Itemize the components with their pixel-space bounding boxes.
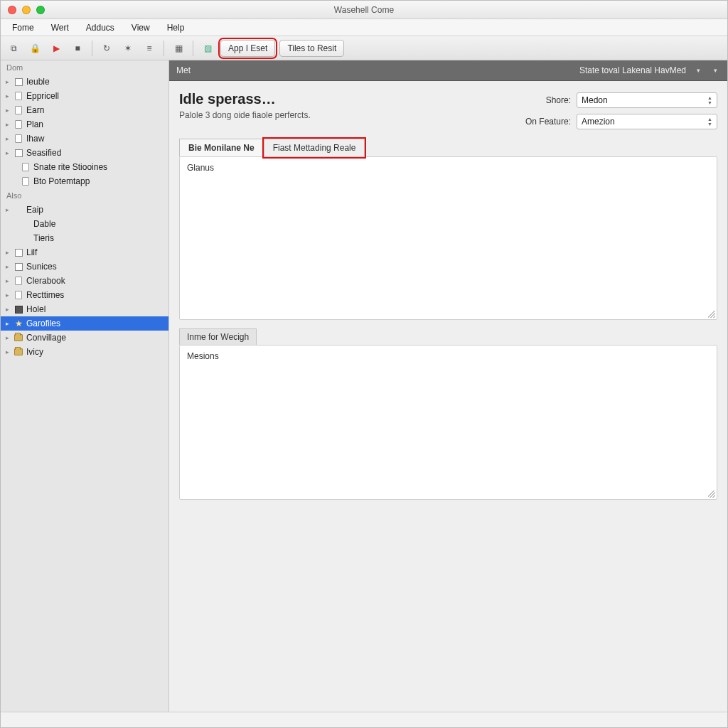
- context-bar-left: Met: [176, 65, 191, 75]
- tab-inme-wecigh[interactable]: Inme for Wecigh: [179, 328, 257, 345]
- sidebar-item-eppricell[interactable]: ▸Eppricell: [1, 89, 168, 103]
- page-icon: [21, 162, 31, 172]
- page-icon: [14, 276, 23, 286]
- textarea-mesions[interactable]: Mesions: [179, 345, 717, 500]
- statusbar: [1, 712, 727, 727]
- page-icon: [14, 119, 23, 129]
- menu-help[interactable]: Help: [160, 21, 192, 35]
- sidebar-section-also: Also: [1, 188, 168, 203]
- chevron-down-icon[interactable]: ▾: [693, 65, 703, 75]
- shore-label: Shore:: [515, 95, 571, 105]
- sidebar-item-tieris[interactable]: Tieris: [1, 231, 168, 245]
- resize-handle-icon[interactable]: [708, 311, 715, 318]
- sidebar-item-garofiles[interactable]: ▸★Garofiles: [1, 316, 168, 331]
- box-icon: [14, 247, 23, 257]
- dark-icon: [14, 304, 23, 314]
- menubar: Fome Wert Adducs View Help: [1, 19, 727, 36]
- grid-icon[interactable]: ▦: [170, 40, 187, 57]
- sidebar: Dom ▸Ieuble ▸Eppricell ▸Earn ▸Plan ▸Ihaw…: [1, 60, 169, 712]
- nav-back-icon[interactable]: ⧉: [5, 40, 22, 57]
- sidebar-item-snate[interactable]: Snate rite Stiooines: [1, 160, 168, 174]
- chevron-down-icon[interactable]: ▾: [710, 65, 720, 75]
- sidebar-item-lilf[interactable]: ▸Lilf: [1, 245, 168, 259]
- sidebar-item-eaip[interactable]: ▸Eaip: [1, 203, 168, 217]
- box-icon: [14, 77, 23, 87]
- toolbar-separator-2: [164, 41, 164, 56]
- tabstrip-1: Bie Monilane Ne Fiast Mettading Reale: [179, 138, 717, 156]
- main-panel: Met State toval Lakenal HavMed ▾ ▾ Idle …: [169, 60, 727, 712]
- sidebar-tree-2: ▸Eaip Dable Tieris ▸Lilf ▸Sunices ▸Clera…: [1, 203, 168, 359]
- body: Dom ▸Ieuble ▸Eppricell ▸Earn ▸Plan ▸Ihaw…: [1, 60, 727, 712]
- sidebar-item-label: Earn: [26, 105, 44, 115]
- list-icon[interactable]: ≡: [141, 40, 158, 57]
- sidebar-item-convillage[interactable]: ▸Convillage: [1, 331, 168, 345]
- shore-select[interactable]: Medon ▲▼: [577, 92, 717, 108]
- folder-icon: [14, 333, 23, 343]
- sidebar-item-seasified[interactable]: ▸Seasified: [1, 146, 168, 160]
- window-title: Wasehell Come: [1, 5, 727, 15]
- sidebar-item-ivicy[interactable]: ▸Ivicy: [1, 345, 168, 359]
- page-subtitle: Palole 3 dong oide fiaole perfercts.: [179, 110, 311, 120]
- sidebar-item-label: Garofiles: [26, 318, 60, 328]
- menu-fome[interactable]: Fome: [5, 21, 41, 35]
- page-icon: [14, 134, 23, 144]
- textarea-content: Glanus: [187, 163, 214, 173]
- title-block: Idle sperass… Palole 3 dong oide fiaole …: [179, 91, 311, 120]
- app-eset-button[interactable]: App I Eset: [220, 40, 275, 57]
- toolbar: ⧉ 🔒 ▶ ■ ↻ ✶ ≡ ▦ ▧ App I Eset Tiles to Re…: [1, 36, 727, 60]
- lock-icon[interactable]: 🔒: [26, 40, 43, 57]
- box-icon: [14, 148, 23, 158]
- feature-select[interactable]: Amezion ▲▼: [577, 114, 717, 129]
- empty-icon: [21, 219, 31, 229]
- sidebar-item-recttimes[interactable]: ▸Recttimes: [1, 288, 168, 302]
- tab-fiast-mettading[interactable]: Fiast Mettading Reale: [264, 139, 365, 157]
- sidebar-item-label: Recttimes: [26, 290, 64, 300]
- sidebar-item-ihaw[interactable]: ▸Ihaw: [1, 132, 168, 146]
- sidebar-item-clerabook[interactable]: ▸Clerabook: [1, 274, 168, 288]
- sidebar-item-label: Plan: [26, 119, 43, 129]
- stepper-icon: ▲▼: [707, 95, 712, 105]
- toolbar-separator: [92, 41, 92, 56]
- sidebar-item-label: Ihaw: [26, 134, 44, 144]
- feature-label: On Feature:: [515, 117, 571, 127]
- sidebar-item-label: Lilf: [26, 247, 37, 257]
- sidebar-item-plan[interactable]: ▸Plan: [1, 117, 168, 132]
- shore-value: Medon: [582, 95, 608, 105]
- tiles-resit-button[interactable]: Tiles to Resit: [279, 40, 344, 57]
- page-icon: [14, 290, 23, 300]
- sidebar-item-sunices[interactable]: ▸Sunices: [1, 259, 168, 274]
- sidebar-item-label: Tieris: [33, 233, 54, 243]
- sidebar-item-bto[interactable]: Bto Potemtapp: [1, 174, 168, 188]
- textarea-glanus[interactable]: Glanus: [179, 156, 717, 320]
- menu-view[interactable]: View: [124, 21, 157, 35]
- refresh-icon[interactable]: ↻: [98, 40, 115, 57]
- menu-wert[interactable]: Wert: [44, 21, 76, 35]
- tab-bie-monilane[interactable]: Bie Monilane Ne: [179, 139, 264, 157]
- sidebar-item-dable[interactable]: Dable: [1, 217, 168, 231]
- sidebar-item-label: Snate rite Stiooines: [33, 162, 107, 172]
- sidebar-item-earn[interactable]: ▸Earn: [1, 103, 168, 117]
- context-bar: Met State toval Lakenal HavMed ▾ ▾: [169, 60, 727, 81]
- sidebar-item-label: Holel: [26, 304, 46, 314]
- sidebar-item-ieuble[interactable]: ▸Ieuble: [1, 75, 168, 89]
- image-icon[interactable]: ▧: [199, 40, 216, 57]
- page-icon: [14, 91, 23, 101]
- field-group: Shore: Medon ▲▼ On Feature: Amezion ▲▼: [515, 92, 717, 129]
- textarea-content: Mesions: [187, 351, 219, 361]
- context-bar-status: State toval Lakenal HavMed: [579, 65, 686, 75]
- field-shore: Shore: Medon ▲▼: [515, 92, 717, 108]
- camera-icon[interactable]: ■: [69, 40, 86, 57]
- sidebar-item-label: Convillage: [26, 333, 66, 343]
- box-icon: [14, 262, 23, 272]
- content: Idle sperass… Palole 3 dong oide fiaole …: [169, 81, 727, 514]
- page-icon: [21, 176, 31, 186]
- sidebar-item-label: Bto Potemtapp: [33, 176, 90, 186]
- menu-adducs[interactable]: Adducs: [79, 21, 122, 35]
- play-icon[interactable]: ▶: [48, 40, 65, 57]
- resize-handle-icon[interactable]: [708, 491, 715, 498]
- folder-icon: [14, 347, 23, 357]
- sidebar-item-label: Clerabook: [26, 276, 65, 286]
- sidebar-item-label: Dable: [33, 219, 55, 229]
- shuffle-icon[interactable]: ✶: [119, 40, 136, 57]
- sidebar-item-holel[interactable]: ▸Holel: [1, 302, 168, 316]
